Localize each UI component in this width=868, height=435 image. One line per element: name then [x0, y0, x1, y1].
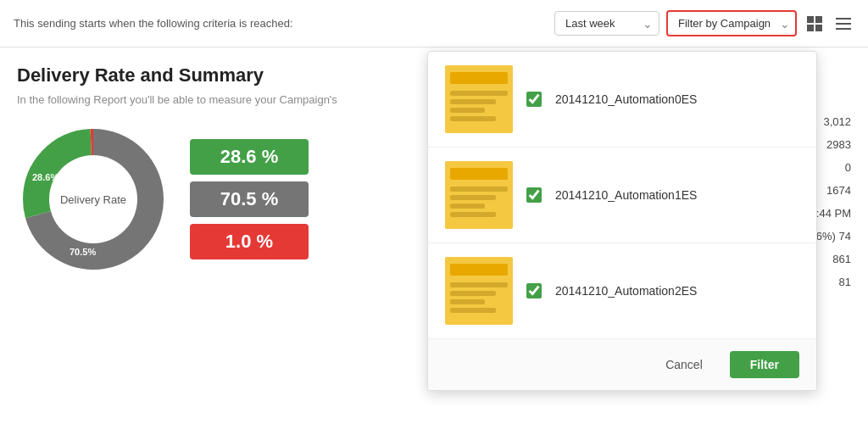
thumb-line — [450, 282, 508, 287]
campaign-filter-dropdown: 20141210_Automation0ES 20141210_Automati… — [427, 51, 817, 391]
campaign-name: 20141210_Automation0ES — [555, 92, 697, 106]
stat-gray-badge: 70.5 % — [190, 181, 309, 217]
top-bar-controls: Last week Last month Last 3 months All t… — [554, 10, 854, 36]
thumb-line — [450, 108, 485, 113]
top-bar: This sending starts when the following c… — [0, 0, 868, 47]
thumb-line — [450, 291, 496, 296]
donut-gray-label: 70.5% — [70, 247, 96, 257]
list-view-button[interactable] — [832, 13, 854, 35]
donut-chart: Delivery Rate 28.6% 70.5% — [17, 123, 170, 276]
campaign-checkbox[interactable] — [526, 283, 542, 298]
thumb-header — [450, 72, 508, 84]
campaign-item[interactable]: 20141210_Automation0ES — [428, 52, 816, 148]
thumb-line — [450, 212, 496, 217]
thumb-line — [450, 116, 496, 121]
stats-column: 28.6 % 70.5 % 1.0 % — [190, 139, 309, 259]
grid-view-button[interactable] — [804, 13, 826, 35]
filter-campaign-wrapper[interactable]: Filter by Campaign — [666, 10, 797, 36]
num-3: 0 — [845, 161, 851, 174]
list-icon — [836, 16, 851, 31]
campaign-checkbox[interactable] — [526, 92, 542, 107]
num-8: 81 — [839, 276, 851, 288]
filter-campaign-select[interactable]: Filter by Campaign — [666, 10, 797, 36]
num-1: 3,012 — [823, 115, 851, 128]
svg-rect-2 — [836, 28, 851, 30]
campaign-list-scroll[interactable]: 20141210_Automation0ES 20141210_Automati… — [428, 52, 816, 338]
date-range-wrapper[interactable]: Last week Last month Last 3 months All t… — [554, 11, 659, 36]
thumb-line — [450, 99, 496, 104]
filter-button[interactable]: Filter — [730, 351, 799, 378]
thumb-line — [450, 204, 485, 209]
thumb-line — [450, 187, 508, 192]
num-4: 1674 — [826, 184, 851, 197]
donut-center-label: Delivery Rate — [60, 193, 126, 206]
criteria-text: This sending starts when the following c… — [14, 17, 293, 30]
thumb-line — [450, 195, 496, 200]
dropdown-footer: Cancel Filter — [428, 338, 816, 390]
thumb-line — [450, 299, 485, 304]
donut-green-label: 28.6% — [32, 172, 58, 182]
num-7: 861 — [832, 253, 851, 265]
campaign-thumbnail — [445, 65, 513, 133]
thumb-line — [450, 91, 508, 96]
stat-red-badge: 1.0 % — [190, 224, 309, 259]
thumb-header — [450, 264, 508, 276]
campaign-item[interactable]: 20141210_Automation1ES — [428, 148, 816, 243]
main-content: This sending starts when the following c… — [0, 0, 868, 435]
svg-rect-1 — [836, 23, 851, 25]
thumb-line — [450, 308, 496, 313]
campaign-thumbnail — [445, 257, 513, 325]
campaign-name: 20141210_Automation1ES — [555, 188, 697, 202]
thumb-header — [450, 168, 508, 180]
date-range-select[interactable]: Last week Last month Last 3 months All t… — [554, 11, 659, 36]
stat-green-badge: 28.6 % — [190, 139, 309, 175]
campaign-checkbox[interactable] — [526, 187, 542, 203]
num-2: 2983 — [826, 138, 851, 151]
campaign-item[interactable]: 20141210_Automation2ES — [428, 243, 816, 338]
cancel-button[interactable]: Cancel — [652, 351, 716, 378]
campaign-thumbnail — [445, 161, 513, 229]
grid-icon — [807, 16, 822, 31]
campaign-name: 20141210_Automation2ES — [555, 284, 697, 298]
svg-rect-0 — [836, 18, 851, 20]
